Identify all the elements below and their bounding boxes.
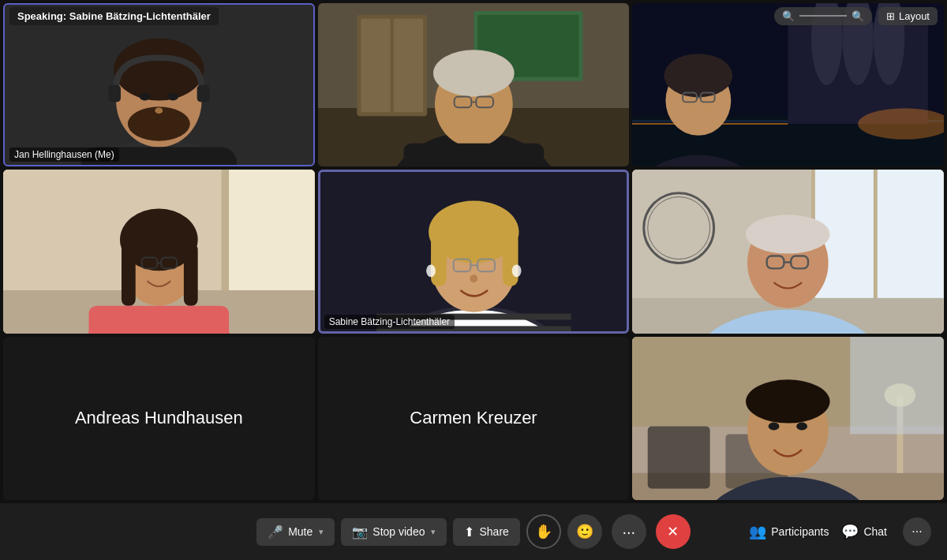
svg-point-101 [797,422,808,430]
svg-rect-46 [221,170,229,290]
svg-rect-91 [648,426,710,488]
video-tile-unknown4[interactable] [632,337,944,500]
search-icon-right: 🔍 [852,10,864,22]
jan-name-label: Jan Hellinghausen (Me) [9,147,119,162]
share-icon: ⬆ [464,525,474,539]
svg-rect-95 [851,337,944,434]
svg-rect-6 [108,85,121,103]
svg-rect-66 [502,232,518,286]
svg-point-84 [746,215,830,254]
mute-icon: 🎤 [268,525,283,539]
reaction-icon: 🙂 [576,523,593,540]
svg-point-99 [746,379,830,423]
svg-point-38 [664,54,733,97]
top-bar: Speaking: Sabine Bätzing-Lichtenthäler 🔍… [0,0,947,32]
svg-point-8 [140,93,151,101]
svg-point-10 [155,107,163,114]
mute-button[interactable]: 🎤 Mute ▾ [256,518,335,546]
svg-rect-51 [184,244,198,306]
sabine-video: milie [318,170,630,333]
video-grid: Jan Hellinghausen (Me) [0,0,947,503]
svg-rect-26 [403,144,544,167]
mute-chevron: ▾ [319,527,324,537]
share-button[interactable]: ⬆ Share [453,518,519,546]
stop-video-button[interactable]: 📷 Stop video ▾ [341,518,447,546]
stop-video-label: Stop video [372,525,425,538]
reaction-button[interactable]: 🙂 [567,514,602,549]
search-line [799,15,847,17]
speaking-name: Sabine Bätzing-Lichtenthäler [69,10,211,22]
svg-point-72 [511,265,521,278]
end-call-button[interactable]: ✕ [656,514,691,549]
end-call-icon: ✕ [667,523,679,540]
video-tile-andreas[interactable]: Andreas Hundhausen [3,337,315,500]
chat-icon: 💬 [841,523,859,540]
chat-label: Chat [863,525,887,538]
unknown4-video [632,337,944,500]
speaking-prefix: Speaking: [17,10,69,22]
search-bar[interactable]: 🔍 🔍 [774,7,872,25]
andreas-no-video: Andreas Hundhausen [3,337,315,500]
unknown3-video [632,170,944,333]
carmen-name: Carmen Kreuzer [410,408,537,428]
svg-rect-17 [393,19,422,112]
more-options-button[interactable]: ··· [612,514,646,549]
svg-rect-50 [122,244,136,306]
svg-point-71 [426,265,436,278]
stop-video-chevron: ▾ [431,527,436,537]
participants-icon: 👥 [749,523,766,540]
raise-hand-icon: ✋ [535,523,552,540]
chat-button[interactable]: 💬 Chat [841,523,887,540]
svg-rect-16 [361,19,390,112]
layout-button[interactable]: ⊞ Layout [878,7,938,25]
svg-point-9 [167,93,178,101]
layout-label: Layout [899,10,930,22]
right-more-button[interactable]: ··· [903,517,931,546]
stop-video-icon: 📷 [352,525,368,539]
svg-rect-45 [221,170,314,290]
video-tile-carmen[interactable]: Carmen Kreuzer [318,337,630,500]
svg-rect-7 [197,85,210,103]
speaking-indicator: Speaking: Sabine Bätzing-Lichtenthäler [9,7,219,25]
svg-rect-79 [874,170,878,306]
bottom-bar: 🎤 Mute ▾ 📷 Stop video ▾ ⬆ Share ✋ 🙂 ··· … [0,503,947,560]
search-icon: 🔍 [782,10,795,22]
video-tile-unknown2[interactable] [3,170,315,333]
svg-rect-55 [89,306,230,334]
share-label: Share [479,525,508,538]
right-more-icon: ··· [911,525,922,539]
video-tile-sabine[interactable]: milie Sabine Bätzing-Li [318,170,630,333]
video-tile-unknown3[interactable] [632,170,944,333]
svg-point-4 [114,38,204,100]
right-controls: 👥 Participants 💬 Chat ··· [749,517,934,546]
sabine-name-label: Sabine Bätzing-Lichtenthäler [324,315,455,329]
raise-hand-button[interactable]: ✋ [526,514,561,549]
mute-label: Mute [288,525,313,538]
svg-point-22 [433,50,515,96]
svg-rect-65 [431,232,447,286]
top-right-controls: 🔍 🔍 ⊞ Layout [774,7,938,25]
carmen-no-video: Carmen Kreuzer [318,337,630,500]
layout-icon: ⊞ [886,10,895,22]
andreas-name: Andreas Hundhausen [75,408,243,428]
participants-label: Participants [771,525,829,538]
unknown2-video [3,170,315,333]
svg-point-100 [769,422,780,430]
more-icon: ··· [622,523,635,541]
participants-button[interactable]: 👥 Participants [749,523,829,540]
svg-point-70 [470,275,477,283]
